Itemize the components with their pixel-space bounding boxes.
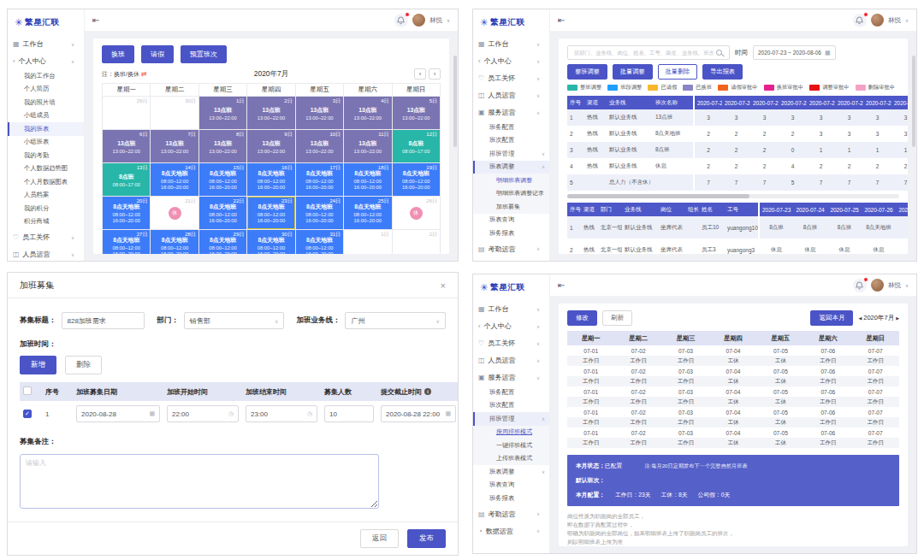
- user-name[interactable]: 林悦: [888, 281, 901, 290]
- calendar-cell[interactable]: 29日8点天地班08:00~12:0016:00~20:00: [198, 230, 246, 255]
- daytype-cell[interactable]: 工作日: [804, 356, 851, 366]
- sidebar-item[interactable]: ‹个人中心∨: [473, 318, 549, 334]
- calendar-cell[interactable]: 18日8点天地班08:00~12:0016:00~20:00: [344, 163, 392, 197]
- date-cell[interactable]: 07-06: [804, 427, 851, 438]
- daytype-cell[interactable]: 工休: [757, 438, 804, 448]
- daytype-cell[interactable]: 工作日: [614, 438, 661, 448]
- date-range-picker[interactable]: 2020-07-23 ~ 2020-08-06 ▦: [753, 45, 836, 60]
- table-row[interactable]: 5总人力（不含休）77757777: [567, 174, 908, 191]
- calendar-cell[interactable]: 20日8点天地班08:00~12:0016:00~20:00: [103, 197, 151, 230]
- user-avatar[interactable]: [871, 279, 884, 292]
- user-avatar[interactable]: [412, 14, 425, 27]
- calendar-cell[interactable]: 26日休: [392, 197, 440, 230]
- action-button[interactable]: 整班调整: [567, 64, 607, 80]
- sidebar-item[interactable]: 个人数据趋势图: [8, 162, 84, 176]
- date-cell[interactable]: 07-05: [757, 427, 804, 438]
- date-cell[interactable]: 07-06: [804, 386, 851, 397]
- daytype-cell[interactable]: 工作日: [852, 397, 899, 407]
- calendar-cell[interactable]: 27日8点天地班08:00~12:0016:00~20:00: [103, 230, 151, 255]
- table-row[interactable]: 3热线默认业务线8点班22201111: [567, 142, 908, 158]
- select-all-checkbox[interactable]: [23, 386, 32, 395]
- daytype-cell[interactable]: 工休: [757, 397, 804, 407]
- back-button[interactable]: 返回: [360, 529, 399, 548]
- next-month-icon[interactable]: ▶: [896, 315, 899, 321]
- sidebar-item[interactable]: ▣服务运营∨: [473, 369, 549, 386]
- calendar-cell[interactable]: 31日8点天地班08:00~12:0016:00~20:00: [295, 230, 343, 255]
- date-cell[interactable]: 07-07: [852, 345, 899, 356]
- sidebar-item[interactable]: ‹个人中心∨: [8, 53, 84, 69]
- table-row[interactable]: 1热线北京一组默认业务线坐席代表员工10yuangong108点班8点班8点班8…: [567, 216, 908, 239]
- calendar-cell[interactable]: 3日13点班13:00~22:00: [295, 97, 343, 130]
- sidebar-item[interactable]: 我的照片墙: [8, 96, 84, 109]
- sidebar-item[interactable]: ◫人员运营∨: [8, 246, 84, 261]
- calendar-cell[interactable]: 12日8点班08:00~17:00: [392, 130, 440, 163]
- daytype-cell[interactable]: 工休: [709, 397, 756, 407]
- sidebar-item[interactable]: ▤考勤运营∨: [473, 241, 549, 257]
- add-row-button[interactable]: 新增: [20, 356, 56, 374]
- business-line-select[interactable]: 广州 ∨: [345, 312, 446, 329]
- calendar-cell[interactable]: 15日8点天地班08:00~12:0016:00~20:00: [198, 163, 246, 197]
- date-cell[interactable]: 07-04: [709, 366, 756, 376]
- table-row[interactable]: 2热线北京一组默认业务线坐席代表员工3yuangong3休息休息休息休息: [567, 239, 908, 254]
- table-row[interactable]: 2热线默认业务线8点天地班22223333: [567, 126, 908, 142]
- recruit-title-input[interactable]: 828加班需求: [62, 312, 145, 329]
- daytype-cell[interactable]: 工作日: [567, 438, 614, 448]
- calendar-cell[interactable]: 30日: [151, 97, 198, 130]
- horizontal-scrollbar[interactable]: [567, 194, 899, 198]
- vertical-scrollbar[interactable]: [453, 38, 457, 256]
- daytype-cell[interactable]: 工休: [757, 356, 804, 366]
- daytype-cell[interactable]: 工作日: [662, 417, 709, 427]
- sidebar-item[interactable]: 小组成员: [8, 109, 84, 123]
- date-cell[interactable]: 07-05: [757, 345, 804, 356]
- date-cell[interactable]: 07-03: [662, 407, 709, 417]
- notification-bell-icon[interactable]: [394, 14, 408, 27]
- sidebar-item[interactable]: ♡员工关怀∨: [8, 229, 84, 245]
- date-cell[interactable]: 07-03: [662, 345, 709, 356]
- calendar-cell[interactable]: 11日13点班13:00~22:00: [344, 130, 392, 163]
- sidebar-item[interactable]: 班次配置: [473, 399, 549, 413]
- date-cell[interactable]: 07-07: [852, 386, 899, 397]
- sidebar-item[interactable]: ◔数据运营∨: [473, 258, 549, 262]
- sidebar-item[interactable]: 班务配置: [473, 386, 549, 399]
- search-input[interactable]: [572, 49, 716, 56]
- sidebar-item[interactable]: 排班管理∧: [473, 412, 549, 426]
- calendar-cell[interactable]: 1日: [344, 230, 392, 255]
- daytype-cell[interactable]: 工作日: [567, 397, 614, 407]
- scrollbar-thumb[interactable]: [567, 194, 749, 198]
- info-icon[interactable]: i: [424, 388, 431, 395]
- sidebar-item[interactable]: 班表调整∨: [473, 465, 549, 479]
- sidebar-item[interactable]: ▦工作台∨: [473, 301, 549, 317]
- daytype-cell[interactable]: 工作日: [804, 417, 851, 427]
- start-time-input[interactable]: 22:00 ◷: [167, 405, 239, 422]
- department-select[interactable]: 销售部 ∨: [184, 312, 285, 329]
- daytype-cell[interactable]: 工作日: [614, 376, 661, 386]
- sidebar-item[interactable]: 我的考勤: [8, 149, 84, 162]
- action-button[interactable]: 批量调整: [613, 64, 653, 80]
- daytype-cell[interactable]: 工休: [709, 356, 756, 366]
- prev-month-button[interactable]: ‹: [414, 68, 426, 80]
- prev-month-icon[interactable]: ◀: [858, 315, 862, 321]
- sidebar-item[interactable]: 我的工作台: [8, 69, 84, 83]
- daytype-cell[interactable]: 工作日: [804, 397, 851, 407]
- sidebar-item[interactable]: 一键排班模式: [473, 439, 549, 452]
- sidebar-item[interactable]: 积分商城: [8, 215, 84, 229]
- sidebar-item[interactable]: 加班募集: [473, 200, 549, 214]
- vertical-scrollbar[interactable]: [912, 38, 915, 256]
- sidebar-item[interactable]: 上传班表模式: [473, 452, 549, 466]
- calendar-cell[interactable]: 10日13点班13:00~22:00: [295, 130, 343, 163]
- scrollbar-thumb[interactable]: [912, 56, 915, 147]
- date-cell[interactable]: 07-04: [709, 407, 756, 417]
- sidebar-item[interactable]: 我的班表: [8, 122, 84, 136]
- daytype-cell[interactable]: 工作日: [804, 376, 851, 386]
- sidebar-item[interactable]: 小组班表: [8, 136, 84, 150]
- date-cell[interactable]: 07-03: [662, 366, 709, 376]
- calendar-cell[interactable]: 23日8点天地班08:00~12:0016:00~20:00: [247, 197, 295, 230]
- sidebar-item[interactable]: ◫人员运营∨: [473, 87, 549, 103]
- action-button[interactable]: 批量删除: [658, 64, 698, 80]
- sidebar-item[interactable]: 人员档案: [8, 189, 84, 203]
- sidebar-item[interactable]: 个人简历: [8, 83, 84, 97]
- daytype-cell[interactable]: 工作日: [567, 376, 614, 386]
- action-button[interactable]: 导出报表: [702, 64, 743, 80]
- date-cell[interactable]: 07-06: [804, 407, 851, 417]
- sidebar-item[interactable]: 我的积分: [8, 202, 84, 215]
